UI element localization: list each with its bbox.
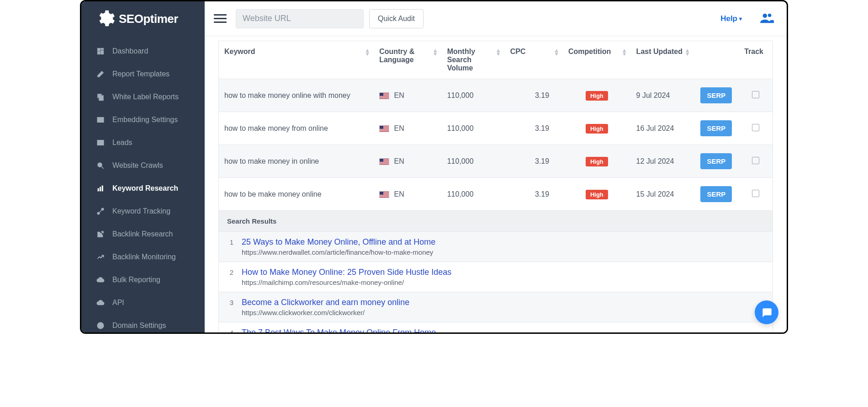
svg-point-8: [98, 163, 102, 167]
menu-toggle[interactable]: [214, 12, 227, 25]
serp-button[interactable]: SERP: [700, 186, 732, 202]
competition-badge: High: [586, 91, 608, 101]
cell-country-lang: EN: [374, 112, 442, 145]
cell-volume: 110,000: [442, 145, 505, 178]
serp-button[interactable]: SERP: [700, 120, 732, 136]
col-updated[interactable]: Last Updated▲▼: [631, 41, 694, 79]
flag-us-icon: [379, 191, 389, 198]
mail-icon: [96, 138, 105, 147]
search-icon: [96, 161, 105, 170]
table-row: how to make money online with money EN11…: [219, 79, 773, 112]
cell-country-lang: EN: [374, 178, 442, 211]
topbar: Quick Audit Help: [205, 1, 787, 36]
link-diag-icon: [96, 207, 105, 216]
external-icon: [96, 230, 105, 239]
col-keyword[interactable]: Keyword▲▼: [219, 41, 374, 79]
cell-keyword: how to make money from online: [219, 112, 374, 145]
svg-rect-5: [97, 118, 104, 123]
svg-rect-12: [102, 186, 103, 191]
sort-icon: ▲▼: [554, 48, 559, 56]
sidebar-item-domain-settings[interactable]: Domain Settings: [81, 314, 205, 332]
sidebar-item-bulk-reporting[interactable]: Bulk Reporting: [81, 268, 205, 291]
sidebar-item-label: Report Templates: [112, 70, 169, 78]
sidebar-item-website-crawls[interactable]: Website Crawls: [81, 154, 205, 177]
sidebar-item-keyword-tracking[interactable]: Keyword Tracking: [81, 200, 205, 223]
col-serp: [694, 41, 739, 79]
help-dropdown[interactable]: Help: [720, 14, 742, 23]
table-row: how to make money from online EN110,0003…: [219, 112, 773, 145]
sidebar-item-dashboard[interactable]: Dashboard: [81, 40, 205, 63]
cell-updated: 12 Jul 2024: [631, 145, 694, 178]
sidebar-item-label: White Label Reports: [112, 93, 179, 101]
competition-badge: High: [586, 124, 608, 134]
search-result-item: 3Become a Clickworker and earn money onl…: [219, 292, 773, 322]
track-checkbox[interactable]: [752, 91, 759, 98]
cell-competition: High: [563, 145, 631, 178]
svg-rect-3: [97, 52, 100, 54]
col-volume[interactable]: Monthly Search Volume▲▼: [442, 41, 505, 79]
sidebar-item-label: Leads: [112, 139, 132, 147]
sort-icon: ▲▼: [496, 48, 501, 56]
result-title[interactable]: How to Make Money Online: 25 Proven Side…: [242, 268, 764, 277]
col-country-lang[interactable]: Country & Language▲▼: [374, 41, 442, 79]
cell-keyword: how to make money in online: [219, 145, 374, 178]
sidebar-item-white-label-reports[interactable]: White Label Reports: [81, 86, 205, 108]
table-row: how to make money in online EN110,0003.1…: [219, 145, 773, 178]
cell-cpc: 3.19: [505, 145, 563, 178]
track-checkbox[interactable]: [752, 157, 759, 164]
flag-us-icon: [379, 125, 389, 132]
search-results-panel: Search Results 125 Ways to Make Money On…: [218, 211, 773, 332]
brand-logo[interactable]: SEOptimer: [81, 1, 205, 40]
users-icon[interactable]: [760, 12, 774, 26]
sidebar-item-embedding-settings[interactable]: Embedding Settings: [81, 108, 205, 131]
track-checkbox[interactable]: [752, 124, 759, 131]
chat-widget[interactable]: [755, 300, 778, 324]
serp-button[interactable]: SERP: [700, 153, 732, 169]
sidebar-item-label: Embedding Settings: [112, 116, 178, 124]
cell-keyword: how to make money online with money: [219, 79, 374, 112]
table-row: how to be make money online EN110,0003.1…: [219, 178, 773, 211]
dashboard-icon: [96, 47, 105, 56]
search-result-item: 2How to Make Money Online: 25 Proven Sid…: [219, 262, 773, 292]
sidebar-item-api[interactable]: API: [81, 291, 205, 314]
cell-cpc: 3.19: [505, 79, 563, 112]
brand-text: SEOptimer: [119, 12, 178, 26]
sort-icon: ▲▼: [622, 48, 627, 56]
result-url: https://www.nerdwallet.com/article/finan…: [242, 248, 764, 256]
flag-us-icon: [379, 158, 389, 165]
quick-audit-button[interactable]: Quick Audit: [369, 9, 423, 28]
sidebar: SEOptimer DashboardReport TemplatesWhite…: [81, 1, 205, 332]
sidebar-item-keyword-research[interactable]: Keyword Research: [81, 177, 205, 200]
cell-updated: 9 Jul 2024: [631, 79, 694, 112]
sidebar-item-backlink-research[interactable]: Backlink Research: [81, 223, 205, 246]
copy-icon: [96, 92, 105, 102]
website-url-input[interactable]: [236, 9, 364, 28]
sort-icon: ▲▼: [685, 48, 690, 56]
cell-country-lang: EN: [374, 145, 442, 178]
serp-button[interactable]: SERP: [700, 87, 732, 103]
svg-line-15: [99, 210, 102, 213]
col-competition[interactable]: Competition▲▼: [563, 41, 631, 79]
keyword-table: Keyword▲▼ Country & Language▲▼ Monthly S…: [218, 41, 773, 211]
cell-volume: 110,000: [442, 178, 505, 211]
cell-cpc: 3.19: [505, 112, 563, 145]
result-title[interactable]: 25 Ways to Make Money Online, Offline an…: [242, 237, 764, 247]
sidebar-item-label: Website Crawls: [112, 161, 163, 170]
result-title[interactable]: The 7 Best Ways To Make Money Online Fro…: [242, 328, 764, 332]
track-checkbox[interactable]: [752, 190, 759, 197]
sort-icon: ▲▼: [365, 48, 370, 56]
search-result-item: 125 Ways to Make Money Online, Offline a…: [219, 231, 773, 262]
cell-updated: 16 Jul 2024: [631, 112, 694, 145]
result-title[interactable]: Become a Clickworker and earn money onli…: [242, 298, 764, 307]
sidebar-item-report-templates[interactable]: Report Templates: [81, 63, 205, 86]
sidebar-item-label: Bulk Reporting: [112, 276, 160, 284]
cell-volume: 110,000: [442, 112, 505, 145]
col-cpc[interactable]: CPC▲▼: [505, 41, 563, 79]
svg-point-21: [768, 13, 772, 17]
cell-competition: High: [563, 79, 631, 112]
sort-icon: ▲▼: [433, 48, 438, 56]
competition-badge: High: [586, 157, 608, 166]
globe-icon: [96, 321, 105, 330]
sidebar-item-backlink-monitoring[interactable]: Backlink Monitoring: [81, 246, 205, 268]
sidebar-item-leads[interactable]: Leads: [81, 131, 205, 154]
